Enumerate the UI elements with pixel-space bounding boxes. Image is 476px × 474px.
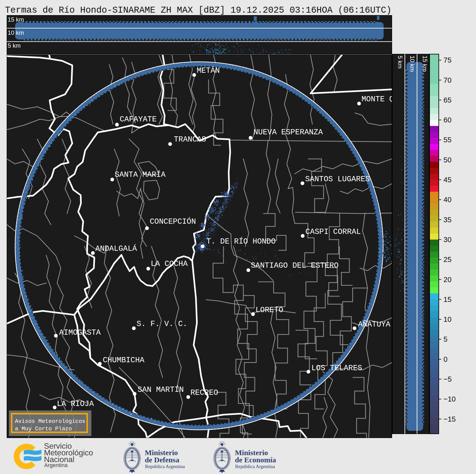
svg-text:15 km: 15 km [422,56,428,72]
svg-text:de Defensa: de Defensa [145,456,179,464]
svg-text:−15: −15 [443,415,456,423]
svg-text:ANDALGALÁ: ANDALGALÁ [95,244,137,253]
svg-text:75: 75 [443,56,451,64]
svg-text:Termas de Río Hondo-SINARAME Z: Termas de Río Hondo-SINARAME ZH MAX [dBZ… [5,5,392,15]
svg-text:5: 5 [443,335,447,343]
svg-text:a Muy Corto Plazo: a Muy Corto Plazo [15,426,72,432]
svg-text:LORETO: LORETO [256,306,283,314]
svg-text:5 km: 5 km [8,42,21,49]
svg-text:NUEVA ESPERANZA: NUEVA ESPERANZA [254,128,323,137]
svg-text:15: 15 [443,295,451,303]
svg-text:10 km: 10 km [8,29,24,36]
svg-text:SANTA MARÍA: SANTA MARÍA [115,170,166,179]
svg-text:65: 65 [443,96,451,104]
svg-text:LA COCHA: LA COCHA [151,259,188,268]
svg-text:60: 60 [443,116,451,124]
svg-text:35: 35 [443,216,451,224]
svg-text:TRANCAS: TRANCAS [174,135,206,144]
svg-text:5 km: 5 km [397,56,403,69]
svg-text:T. DE RÍO HONDO: T. DE RÍO HONDO [206,237,276,246]
svg-text:15 km: 15 km [8,16,24,23]
svg-text:CHUMBICHA: CHUMBICHA [103,356,145,365]
svg-text:AIMOGASTA: AIMOGASTA [59,328,101,337]
svg-text:55: 55 [443,136,451,144]
svg-text:10: 10 [443,315,451,323]
svg-text:Argentina: Argentina [44,462,68,468]
svg-text:CAFAYATE: CAFAYATE [120,115,157,124]
svg-text:−10: −10 [443,395,456,403]
svg-text:0: 0 [443,355,447,363]
svg-text:República Argentina: República Argentina [145,464,185,469]
svg-text:40: 40 [443,196,451,204]
svg-text:45: 45 [443,176,451,184]
svg-text:50: 50 [443,156,451,164]
svg-text:−5: −5 [443,375,452,383]
svg-text:30: 30 [443,236,451,244]
svg-text:10 km: 10 km [409,56,416,72]
svg-text:LA RIOJA: LA RIOJA [57,400,94,408]
svg-text:CONCEPCIÓN: CONCEPCIÓN [150,217,196,226]
svg-text:Avisos Meteorológicos: Avisos Meteorológicos [15,418,85,425]
svg-text:SANTOS LUGARES: SANTOS LUGARES [305,175,370,183]
svg-text:AÑATUYA: AÑATUYA [358,320,391,329]
svg-text:República Argentina: República Argentina [235,464,275,469]
svg-text:RECREO: RECREO [190,388,218,397]
svg-text:25: 25 [443,255,451,263]
svg-text:70: 70 [443,76,451,84]
svg-text:LOS TELARES: LOS TELARES [311,364,362,372]
svg-text:de Economía: de Economía [235,456,276,464]
svg-text:SAN MARTÍN: SAN MARTÍN [138,385,184,394]
svg-text:20: 20 [443,276,451,284]
svg-text:METÁN: METÁN [197,66,220,75]
svg-text:S. F. V. C.: S. F. V. C. [137,320,187,328]
svg-text:CASPI CORRAL: CASPI CORRAL [305,227,361,236]
svg-text:SANTIAGO DEL ESTERO: SANTIAGO DEL ESTERO [251,261,338,270]
